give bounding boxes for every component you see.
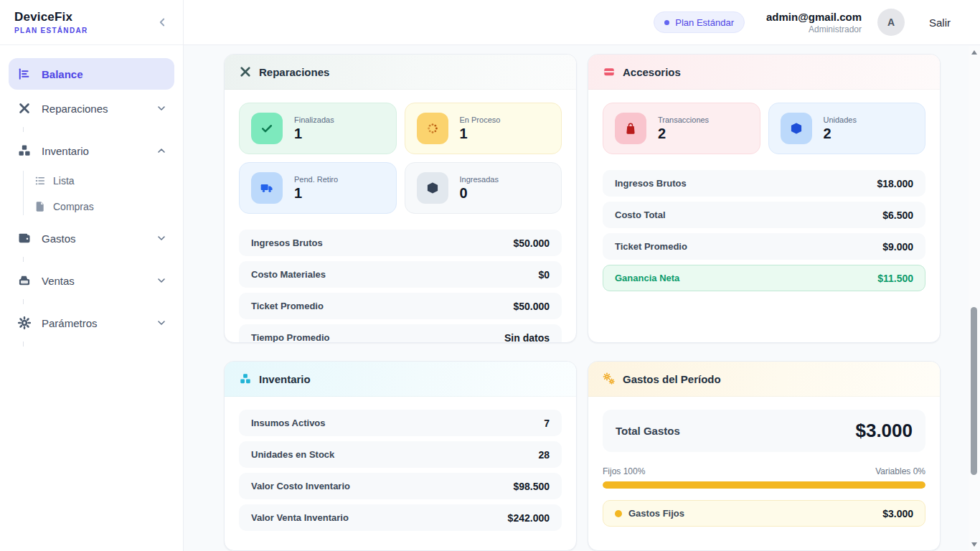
metric-value: $3.000 [882, 508, 913, 519]
plan-label: PLAN ESTÁNDAR [14, 27, 88, 34]
metric-value: $0 [538, 269, 550, 281]
app-title: DeviceFix [14, 10, 88, 24]
metric-label: Valor Venta Inventario [251, 512, 349, 523]
sidebar-item-balance[interactable]: Balance [9, 58, 174, 90]
sidebar-item-label: Ventas [42, 275, 75, 287]
gears-icon [603, 372, 616, 385]
metric-label: Tiempo Promedio [251, 332, 330, 343]
card-title: Accesorios [623, 66, 681, 78]
stat-value: 1 [294, 185, 338, 201]
metric-value: 28 [538, 449, 550, 461]
list-icon [34, 175, 46, 187]
sidebar-item-lista[interactable]: Lista [9, 169, 174, 192]
total-gastos-row: Total Gastos $3.000 [603, 410, 925, 452]
total-gastos-label: Total Gastos [616, 425, 680, 437]
cash-register-icon [17, 273, 32, 288]
metric-row: Ingresos Brutos $50.000 [239, 230, 562, 256]
sidebar-item-inventario[interactable]: Inventario [9, 135, 174, 166]
logout-button[interactable]: Salir [929, 17, 951, 29]
app-root: DeviceFix PLAN ESTÁNDAR Balance Reparaci… [0, 0, 980, 551]
metric-value: $6.500 [882, 209, 913, 221]
wrench-screwdriver-icon [239, 65, 252, 78]
submenu-stub-line [23, 342, 24, 347]
metric-label: Unidades en Stock [251, 449, 334, 460]
wrench-screwdriver-icon [17, 101, 32, 116]
stat-label: Unidades [824, 116, 857, 124]
sidebar-item-label: Gastos [42, 232, 76, 245]
metric-value: $50.000 [513, 301, 550, 312]
card-reparaciones: Reparaciones Finalizadas 1 [224, 54, 577, 343]
card-gastos-periodo: Gastos del Período Total Gastos $3.000 F… [588, 361, 941, 551]
topbar: Plan Estándar admin@gmail.com Administra… [184, 0, 980, 45]
boxes-icon [239, 372, 252, 385]
scrollbar-down-button[interactable] [969, 540, 980, 550]
stat-label: Transacciones [658, 116, 709, 124]
sidebar-collapse-button[interactable] [154, 14, 170, 30]
gastos-fijos-row: Gastos Fijos $3.000 [603, 500, 925, 527]
gastos-split-bar [603, 481, 925, 489]
gastos-fijos-bar-fill [603, 481, 925, 489]
metric-label: Ticket Promedio [615, 241, 687, 252]
stat-tile-pend-retiro: Pend. Retiro 1 [239, 162, 397, 214]
metric-row: Ticket Promedio $50.000 [239, 293, 562, 319]
metric-label: Ganancia Neta [615, 273, 679, 283]
metric-label: Ingresos Brutos [251, 237, 323, 248]
stat-tile-en-proceso: En Proceso 1 [405, 103, 562, 154]
stat-label: Ingresadas [460, 175, 499, 184]
chevron-down-icon [156, 275, 167, 286]
sidebar-brand: DeviceFix PLAN ESTÁNDAR [0, 0, 183, 45]
metric-label: Costo Total [615, 209, 666, 220]
stat-value: 0 [460, 185, 499, 201]
metric-row: Costo Materiales $0 [239, 261, 562, 288]
stat-label: Finalizadas [294, 116, 334, 124]
metric-value: $11.500 [877, 273, 913, 284]
shopping-bag-icon [623, 121, 638, 136]
check-icon [260, 121, 274, 136]
scrollbar-track[interactable] [969, 46, 980, 551]
boxes-icon [17, 143, 32, 158]
variables-pct-label: Variables 0% [875, 466, 925, 476]
plan-badge: Plan Estándar [654, 11, 745, 33]
scrollbar-up-button[interactable] [969, 47, 980, 57]
scrollbar-thumb[interactable] [971, 307, 977, 475]
stat-value: 1 [460, 126, 501, 141]
metric-label: Ticket Promedio [251, 301, 324, 311]
submenu-stub-line [23, 299, 24, 304]
sidebar-subitem-label: Lista [53, 175, 75, 187]
badge-dot-icon [664, 20, 669, 25]
main-area: Plan Estándar admin@gmail.com Administra… [184, 0, 980, 551]
sidebar-item-label: Balance [42, 68, 83, 80]
sidebar-item-gastos[interactable]: Gastos [9, 222, 174, 254]
fijos-dot-icon [615, 510, 622, 517]
user-info: admin@gmail.com Administrador [766, 11, 862, 34]
metric-label: Ingresos Brutos [615, 178, 687, 189]
stat-tile-ingresadas: Ingresadas 0 [405, 162, 562, 214]
briefcase-icon [603, 65, 616, 78]
document-icon [34, 201, 46, 212]
sidebar-item-compras[interactable]: Compras [9, 195, 174, 218]
card-gastos-header: Gastos del Período [588, 362, 940, 397]
gastos-split-labels: Fijos 100% Variables 0% [603, 466, 925, 476]
sidebar-nav: Balance Reparaciones Inventario Lista [0, 45, 183, 349]
sidebar-item-label: Parámetros [42, 317, 98, 329]
sidebar-item-parametros[interactable]: Parámetros [9, 307, 174, 339]
sidebar-item-ventas[interactable]: Ventas [9, 265, 174, 296]
avatar[interactable]: A [877, 9, 905, 36]
chevron-down-icon [156, 232, 167, 244]
triangle-down-icon [971, 542, 977, 547]
spinner-icon [425, 121, 440, 136]
gear-icon [17, 316, 32, 330]
submenu-connector-line [23, 171, 24, 215]
metric-row: Valor Costo Inventario $98.500 [239, 473, 562, 499]
metric-row: Ticket Promedio $9.000 [603, 233, 925, 260]
metric-value: $242.000 [508, 512, 550, 524]
metric-row: Ingresos Brutos $18.000 [603, 170, 925, 197]
metric-value: Sin datos [504, 332, 550, 344]
sidebar-item-reparaciones[interactable]: Reparaciones [9, 93, 174, 124]
chevron-down-icon [156, 103, 167, 114]
submenu-stub-line [23, 127, 24, 132]
stat-value: 2 [824, 126, 857, 141]
plan-badge-label: Plan Estándar [675, 17, 734, 28]
fijos-pct-label: Fijos 100% [603, 466, 645, 476]
sidebar-item-label: Reparaciones [42, 103, 108, 115]
